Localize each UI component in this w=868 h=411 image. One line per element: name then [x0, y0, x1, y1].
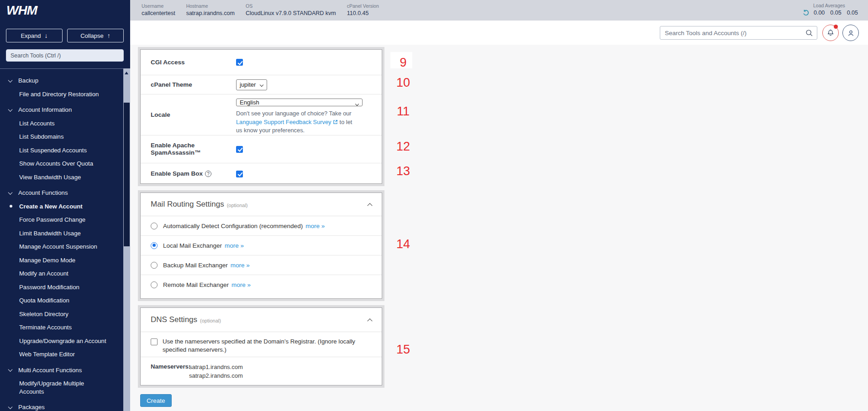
remote-exchanger-more-link[interactable]: more »: [231, 281, 251, 288]
annotation-9: 9: [393, 56, 414, 70]
sidebar-item-list-subdomains[interactable]: List Subdomains: [0, 130, 123, 144]
sidebar-item-create-a-new-account[interactable]: Create a New Account: [0, 200, 123, 213]
question-icon[interactable]: ?: [205, 171, 211, 177]
sidebar-item-account-information[interactable]: Account Information: [0, 103, 123, 117]
chevron-down-icon: [8, 190, 13, 195]
load-refresh-icon[interactable]: [802, 9, 810, 16]
sidebar-item-packages[interactable]: Packages: [0, 401, 123, 411]
notifications-button[interactable]: [822, 25, 839, 41]
remote-exchanger-radio[interactable]: [151, 281, 158, 288]
language-survey-link[interactable]: Language Support Feedback Survey: [236, 119, 338, 125]
local-exchanger-more-link[interactable]: more »: [225, 242, 244, 249]
nameserver-2: satrap2.irandns.com: [189, 372, 243, 380]
backup-exchanger-radio[interactable]: [151, 262, 158, 269]
sidebar-item-list-suspended-accounts[interactable]: List Suspended Accounts: [0, 144, 123, 157]
sidebar-item-show-accounts-over-quota[interactable]: Show Accounts Over Quota: [0, 157, 123, 171]
server-info-load-averages: Load Averages 0.00 0.05 0.05: [802, 3, 858, 16]
chevron-down-icon: [8, 367, 13, 372]
nameservers-label: Nameservers:: [151, 363, 189, 380]
account-settings-card: CGI Access cPanel Theme jupiter Locale E…: [140, 49, 382, 184]
chevron-down-icon: [8, 405, 13, 409]
sidebar-item-skeleton-directory[interactable]: Skeleton Directory: [0, 307, 123, 321]
sidebar-item-web-template-editor[interactable]: Web Template Editor: [0, 348, 123, 361]
expand-button[interactable]: Expand ↓: [6, 29, 63, 42]
auto-detect-more-link[interactable]: more »: [305, 223, 325, 229]
spamassassin-row: Enable Apache SpamAssassin™: [141, 135, 382, 163]
server-info-username: Username callcentertest: [142, 0, 175, 21]
server-info-cpanel-version: cPanel Version 110.0.45: [347, 0, 379, 21]
cgi-access-checkbox[interactable]: [236, 59, 243, 66]
chevron-up-icon[interactable]: [367, 203, 372, 208]
chevron-up-icon[interactable]: [367, 318, 372, 323]
optional-tag: (optional): [227, 201, 248, 208]
registrar-nameservers-label: Use the nameservers specified at the Dom…: [163, 338, 363, 354]
sidebar-item-account-functions[interactable]: Account Functions: [0, 186, 123, 200]
arrow-up-icon: ↑: [107, 32, 110, 39]
sidebar-search-input[interactable]: [6, 49, 124, 62]
whm-logo: WHM˙: [6, 3, 38, 18]
annotation-14: 14: [393, 237, 414, 251]
sidebar-item-multi-account-functions[interactable]: Multi Account Functions: [0, 364, 123, 377]
locale-row: Locale English Don't see your language o…: [141, 94, 382, 135]
create-button[interactable]: Create: [140, 394, 172, 407]
mail-routing-header: Mail Routing Settings (optional): [141, 193, 382, 216]
load-average-3: 0.05: [847, 10, 858, 16]
header-bar: [130, 21, 868, 45]
sidebar: WHM˙ Expand ↓ Collapse ↑ Backup File and…: [0, 0, 130, 411]
sidebar-item-file-and-directory-restoration[interactable]: File and Directory Restoration: [0, 88, 123, 101]
chevron-down-icon: [8, 78, 13, 83]
sidebar-item-backup[interactable]: Backup: [0, 74, 123, 88]
annotation-13: 13: [393, 164, 414, 178]
dns-settings-card: DNS Settings (optional) Use the nameserv…: [140, 307, 382, 385]
search-icon[interactable]: [805, 29, 813, 37]
mail-option-auto-detect: Automatically Detect Configuration (reco…: [141, 216, 382, 236]
spam-box-row: Enable Spam Box ?: [141, 163, 382, 184]
nameserver-1: satrap1.irandns.com: [189, 363, 243, 372]
global-search-input[interactable]: [665, 30, 805, 36]
sidebar-item-password-modification[interactable]: Password Modification: [0, 281, 123, 294]
arrow-down-icon: ↓: [45, 32, 48, 39]
sidebar-item-terminate-accounts[interactable]: Terminate Accounts: [0, 321, 123, 334]
spam-box-checkbox[interactable]: [236, 171, 243, 177]
load-average-1: 0.00: [814, 10, 825, 16]
spamassassin-checkbox[interactable]: [236, 146, 243, 153]
annotation-15: 15: [393, 343, 414, 357]
server-info-bar: Username callcentertest Hostname satrap.…: [130, 0, 868, 21]
sidebar-item-manage-account-suspension[interactable]: Manage Account Suspension: [0, 240, 123, 254]
sidebar-item-limit-bandwidth-usage[interactable]: Limit Bandwidth Usage: [0, 227, 123, 240]
sidebar-item-view-bandwidth-usage[interactable]: View Bandwidth Usage: [0, 171, 123, 184]
dns-settings-header: DNS Settings (optional): [141, 308, 382, 332]
cgi-access-label: CGI Access: [141, 50, 236, 75]
server-info-os: OS CloudLinux v7.9.0 STANDARD kvm: [246, 0, 336, 21]
sidebar-item-list-accounts[interactable]: List Accounts: [0, 117, 123, 130]
scrollbar-thumb[interactable]: [124, 103, 130, 246]
chevron-down-icon: [260, 83, 263, 86]
main-content: CGI Access cPanel Theme jupiter Locale E…: [130, 45, 868, 411]
chevron-down-icon: [355, 102, 359, 106]
scrollbar-up-arrow-icon[interactable]: [125, 72, 128, 74]
sidebar-item-modify-an-account[interactable]: Modify an Account: [0, 267, 123, 281]
sidebar-item-quota-modification[interactable]: Quota Modification: [0, 294, 123, 307]
locale-select[interactable]: English: [236, 99, 363, 106]
cgi-access-row: CGI Access: [141, 50, 382, 75]
collapse-button[interactable]: Collapse ↑: [67, 29, 124, 42]
external-link-icon: [333, 120, 338, 125]
registrar-nameservers-checkbox[interactable]: [151, 338, 158, 345]
auto-detect-radio[interactable]: [151, 223, 158, 229]
backup-exchanger-more-link[interactable]: more »: [231, 262, 250, 269]
mail-option-local: Local Mail Exchanger more »: [141, 236, 382, 255]
sidebar-nav: Backup File and Directory Restoration Ac…: [0, 68, 123, 411]
sidebar-item-modify-upgrade-multiple-accounts[interactable]: Modify/Upgrade Multiple Accounts: [0, 377, 123, 398]
cpanel-theme-select[interactable]: jupiter: [236, 79, 267, 90]
sidebar-item-manage-demo-mode[interactable]: Manage Demo Mode: [0, 254, 123, 267]
sidebar-item-upgrade-downgrade-an-account[interactable]: Upgrade/Downgrade an Account: [0, 334, 123, 348]
global-search: [660, 26, 817, 40]
mail-routing-title: Mail Routing Settings: [151, 200, 224, 209]
local-exchanger-radio[interactable]: [151, 242, 158, 249]
annotation-11: 11: [393, 104, 414, 119]
annotation-10: 10: [393, 76, 414, 90]
user-menu-button[interactable]: [842, 25, 859, 41]
sidebar-scrollbar[interactable]: [123, 68, 130, 411]
bell-icon: [826, 29, 835, 37]
sidebar-item-force-password-change[interactable]: Force Password Change: [0, 213, 123, 227]
